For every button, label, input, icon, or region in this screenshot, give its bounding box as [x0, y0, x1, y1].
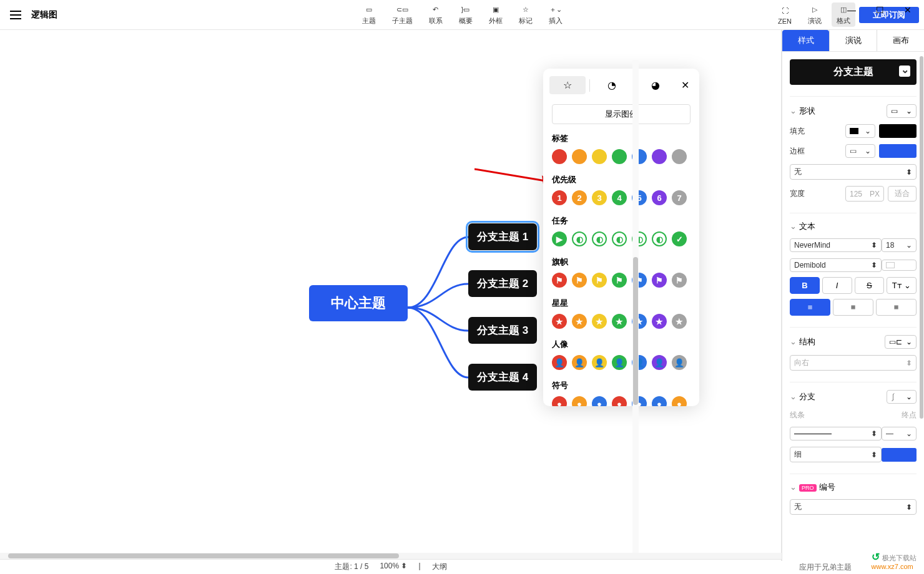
topic-button[interactable]: ▭主题 [356, 1, 382, 28]
star-marker-4[interactable]: ★ [612, 314, 627, 329]
show-legend-button[interactable]: 显示图例 [552, 104, 691, 124]
tag-marker-2[interactable] [572, 149, 587, 164]
zoom-level[interactable]: 100% ⬍ [380, 562, 407, 572]
task-marker-2[interactable]: ◐ [572, 231, 587, 246]
symbol-marker-7[interactable]: ● [672, 396, 687, 406]
branch-topic-4[interactable]: 分支主题 4 [468, 364, 537, 391]
pitch-button[interactable]: ▷演说 [802, 1, 828, 28]
popover-close-button[interactable]: ✕ [677, 79, 693, 91]
people-marker-7[interactable]: 👤 [672, 355, 687, 370]
subtopic-button[interactable]: ⊂▭子主题 [386, 1, 419, 28]
people-marker-2[interactable]: 👤 [572, 355, 587, 370]
structure-select[interactable]: ▭⊏ ⌄ [885, 335, 917, 349]
priority-marker-2[interactable]: 2 [572, 190, 587, 205]
font-weight-select[interactable]: Demibold⬍ [790, 258, 882, 272]
tag-marker-1[interactable] [552, 149, 567, 164]
star-marker-2[interactable]: ★ [572, 314, 587, 329]
priority-marker-6[interactable]: 6 [652, 190, 667, 205]
symbol-marker-3[interactable]: ● [592, 396, 607, 406]
border-style-select[interactable]: ▭ ⌄ [845, 144, 875, 158]
priority-marker-7[interactable]: 7 [672, 190, 687, 205]
panel-tab-style[interactable]: 样式 [782, 30, 829, 51]
zen-button[interactable]: ⛶ZEN [772, 2, 798, 27]
priority-marker-3[interactable]: 3 [592, 190, 607, 205]
star-marker-7[interactable]: ★ [672, 314, 687, 329]
topic-count[interactable]: 主题: 1 / 5 [335, 562, 368, 572]
people-marker-4[interactable]: 👤 [612, 355, 627, 370]
popover-tab-marker[interactable]: ☆ [549, 76, 586, 94]
tag-marker-4[interactable] [612, 149, 627, 164]
task-marker-3[interactable]: ◐ [592, 231, 607, 246]
symbol-marker-2[interactable]: ● [572, 396, 587, 406]
branch-topic-1[interactable]: 分支主题 1 [468, 223, 537, 250]
flag-marker-3[interactable]: ⚑ [592, 273, 607, 288]
window-maximize-button[interactable]: ☐ [876, 5, 884, 15]
sidepanel-scrollbar[interactable] [919, 56, 924, 574]
tag-marker-3[interactable] [592, 149, 607, 164]
flag-marker-4[interactable]: ⚑ [612, 273, 627, 288]
relationship-button[interactable]: ↶联系 [423, 1, 449, 28]
outline-button[interactable]: 大纲 [432, 562, 447, 572]
window-minimize-button[interactable]: — [847, 5, 856, 15]
center-topic[interactable]: 中心主题 [309, 285, 408, 321]
symbol-marker-1[interactable]: ● [552, 396, 567, 406]
tag-marker-6[interactable] [652, 149, 667, 164]
flag-marker-2[interactable]: ⚑ [572, 273, 587, 288]
flag-marker-1[interactable]: ⚑ [552, 273, 567, 288]
flag-marker-6[interactable]: ⚑ [652, 273, 667, 288]
window-close-button[interactable]: ✕ [904, 5, 912, 15]
fill-color-swatch[interactable] [879, 124, 917, 138]
align-center-button[interactable]: ≡ [833, 299, 873, 316]
branch-topic-3[interactable]: 分支主题 3 [468, 317, 537, 344]
task-marker-1[interactable]: ▶ [552, 231, 567, 246]
panel-tab-canvas[interactable]: 画布 [877, 30, 924, 51]
symbol-marker-6[interactable]: ● [652, 396, 667, 406]
task-marker-6[interactable]: ◐ [652, 231, 667, 246]
people-marker-1[interactable]: 👤 [552, 355, 567, 370]
star-marker-1[interactable]: ★ [552, 314, 567, 329]
vertical-scrollbar[interactable] [632, 60, 639, 553]
tag-marker-7[interactable] [672, 149, 687, 164]
direction-select[interactable]: 向右⬍ [790, 355, 917, 371]
font-family-select[interactable]: NeverMind⬍ [790, 238, 882, 252]
insert-button[interactable]: ＋⌄插入 [543, 1, 569, 28]
panel-tab-pitch[interactable]: 演说 [829, 30, 877, 51]
popover-tab-illustration[interactable]: ◕ [637, 76, 674, 94]
horizontal-scrollbar[interactable] [0, 553, 782, 559]
flag-marker-7[interactable]: ⚑ [672, 273, 687, 288]
boundary-button[interactable]: ▣外框 [483, 1, 509, 28]
font-color-select[interactable] [882, 260, 917, 271]
branch-topic-2[interactable]: 分支主题 2 [468, 270, 537, 297]
width-fit-button[interactable]: 适合 [888, 186, 917, 202]
border-color-swatch[interactable] [879, 144, 917, 158]
menu-button[interactable] [0, 11, 31, 19]
line-thickness-select[interactable]: 细⬍ [790, 447, 882, 462]
line-style-select[interactable]: ⬍ [790, 427, 882, 440]
width-input[interactable]: 125PX [845, 186, 884, 202]
star-marker-3[interactable]: ★ [592, 314, 607, 329]
text-case-button[interactable]: Tᴛ ⌄ [887, 277, 917, 294]
italic-button[interactable]: I [822, 277, 852, 294]
symbol-marker-4[interactable]: ● [612, 396, 627, 406]
people-marker-3[interactable]: 👤 [592, 355, 607, 370]
priority-marker-4[interactable]: 4 [612, 190, 627, 205]
branch-style-select[interactable]: ⎰ ⌄ [887, 390, 917, 404]
align-right-button[interactable]: ≡ [876, 299, 917, 316]
branch-color-swatch[interactable] [882, 448, 917, 462]
marker-button[interactable]: ☆标记 [513, 1, 539, 28]
summary-button[interactable]: }▭概要 [453, 1, 479, 28]
people-marker-6[interactable]: 👤 [652, 355, 667, 370]
priority-marker-1[interactable]: 1 [552, 190, 567, 205]
endpoint-select[interactable]: — ⌄ [882, 427, 917, 440]
bold-button[interactable]: B [790, 277, 820, 294]
align-left-button[interactable]: ≡ [790, 299, 830, 316]
canvas[interactable]: 中心主题 分支主题 1 分支主题 2 分支主题 3 分支主题 4 ☆ ◔ ◕ ✕… [0, 30, 782, 574]
topic-type-selector[interactable]: 分支主题 [790, 59, 917, 85]
border-line-style-select[interactable]: 无⬍ [790, 164, 917, 180]
task-marker-4[interactable]: ◐ [612, 231, 627, 246]
shape-select[interactable]: ▭ ⌄ [887, 104, 917, 118]
numbering-select[interactable]: 无⬍ [790, 499, 917, 515]
star-marker-6[interactable]: ★ [652, 314, 667, 329]
task-marker-7[interactable]: ✓ [672, 231, 687, 246]
fill-color-select[interactable]: ⌄ [845, 124, 875, 138]
